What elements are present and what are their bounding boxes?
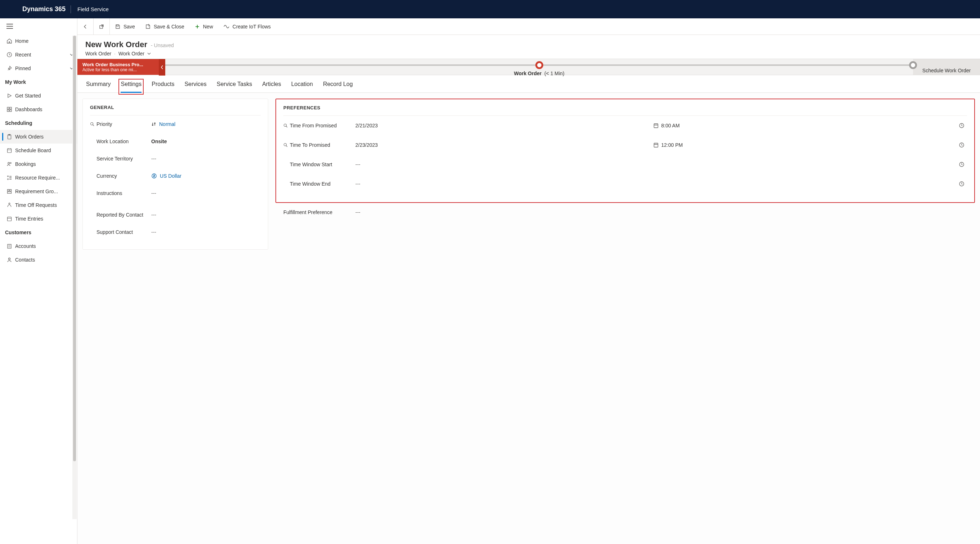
svg-point-23 xyxy=(284,124,286,127)
field-instructions[interactable]: Instructions --- xyxy=(90,185,261,202)
nav-bookings[interactable]: Bookings xyxy=(0,157,77,171)
field-work-location-label: Work Location xyxy=(97,138,129,144)
nav-schedule-board[interactable]: Schedule Board xyxy=(0,144,77,157)
nav-requirement-groups[interactable]: Requirement Gro... xyxy=(0,185,77,198)
brand-secondary: Field Service xyxy=(77,6,109,12)
field-work-location[interactable]: Work Location Onsite xyxy=(90,133,261,150)
new-label: New xyxy=(203,24,213,30)
new-button[interactable]: New xyxy=(189,18,218,35)
section-preferences: PREFERENCES Time From Promised 2/21/2023 xyxy=(275,98,975,203)
svg-point-15 xyxy=(9,203,10,205)
nav-accounts[interactable]: Accounts xyxy=(0,239,77,253)
pref-time-to-time[interactable]: 12:00 PM xyxy=(661,142,956,148)
field-instructions-value: --- xyxy=(151,190,156,196)
tab-service-tasks[interactable]: Service Tasks xyxy=(217,81,252,92)
tab-articles[interactable]: Articles xyxy=(262,81,281,92)
nav-time-entries[interactable]: Time Entries xyxy=(0,212,77,225)
pref-time-from-date[interactable]: 2/21/2023 xyxy=(355,123,651,128)
field-reported-by[interactable]: Reported By Contact --- xyxy=(90,206,261,224)
field-support-contact-value: --- xyxy=(151,229,156,235)
pref-time-from-label: Time From Promised xyxy=(290,123,337,128)
save-button[interactable]: Save xyxy=(110,18,140,35)
calendar-icon[interactable] xyxy=(651,123,661,128)
nav-home[interactable]: Home xyxy=(0,34,77,48)
clock-icon[interactable] xyxy=(956,123,967,128)
svg-rect-27 xyxy=(654,143,658,147)
brand-primary: Dynamics 365 xyxy=(22,5,65,13)
bpf-stage2-node[interactable] xyxy=(909,61,917,69)
fulfillment-label: Fulfillment Preference xyxy=(283,209,355,215)
clock-icon[interactable] xyxy=(956,162,967,167)
nav-group-scheduling: Scheduling xyxy=(0,116,77,130)
field-priority[interactable]: Priority Normal xyxy=(90,116,261,133)
svg-rect-7 xyxy=(8,149,11,152)
dashboard-icon xyxy=(6,106,15,112)
svg-point-26 xyxy=(284,144,286,146)
fulfillment-value: --- xyxy=(355,209,360,215)
pin-icon xyxy=(6,65,15,71)
back-button[interactable] xyxy=(77,18,94,35)
svg-rect-12 xyxy=(8,190,10,192)
bpf-stage1-node[interactable] xyxy=(535,61,543,69)
save-close-button[interactable]: Save & Close xyxy=(140,18,189,35)
bpf-active-stage[interactable]: Work Order Business Pro... Active for le… xyxy=(77,59,159,75)
tab-record-log[interactable]: Record Log xyxy=(323,81,353,92)
pref-window-start-label: Time Window Start xyxy=(290,162,332,167)
nav-get-started[interactable]: Get Started xyxy=(0,89,77,103)
calendar-icon[interactable] xyxy=(651,142,661,148)
bpf-active-title: Work Order Business Pro... xyxy=(83,62,143,67)
field-currency[interactable]: Currency US Dollar xyxy=(90,167,261,185)
save-icon xyxy=(115,24,121,30)
nav-work-orders[interactable]: Work Orders xyxy=(0,130,77,144)
hamburger-button[interactable] xyxy=(0,18,77,34)
section-preferences-title: PREFERENCES xyxy=(283,105,967,116)
svg-rect-16 xyxy=(8,217,11,221)
pref-window-end-label-wrap: Time Window End xyxy=(283,174,355,193)
nav-scrollbar[interactable] xyxy=(72,36,77,519)
bpf-stage2-button[interactable]: Schedule Work Order xyxy=(913,59,980,75)
field-fulfillment-preference[interactable]: Fulfillment Preference --- xyxy=(275,203,975,220)
tab-services[interactable]: Services xyxy=(185,81,206,92)
field-support-contact[interactable]: Support Contact --- xyxy=(90,224,261,241)
pref-time-from-time[interactable]: 8:00 AM xyxy=(661,123,956,128)
bpf-collapse-button[interactable] xyxy=(159,59,165,76)
pref-window-end-value[interactable]: --- xyxy=(355,181,651,187)
pref-window-end-label: Time Window End xyxy=(290,181,331,187)
lock-icon xyxy=(90,122,94,126)
nav-resource-requirements-label: Resource Require... xyxy=(15,175,77,181)
pref-time-to-date[interactable]: 2/23/2023 xyxy=(355,142,651,148)
pref-window-start-value[interactable]: --- xyxy=(355,162,651,167)
nav-time-off[interactable]: Time Off Requests xyxy=(0,198,77,212)
page-title-suffix: - Unsaved xyxy=(151,43,174,48)
nav-recent[interactable]: Recent xyxy=(0,48,77,62)
brand-bar: Dynamics 365 Field Service xyxy=(0,0,980,18)
save-close-label: Save & Close xyxy=(154,24,185,30)
nav-resource-requirements[interactable]: Resource Require... xyxy=(0,171,77,185)
nav-pinned[interactable]: Pinned xyxy=(0,62,77,75)
clock-icon[interactable] xyxy=(956,181,967,187)
field-priority-value[interactable]: Normal xyxy=(159,121,175,127)
nav-accounts-label: Accounts xyxy=(15,243,77,249)
tab-location[interactable]: Location xyxy=(291,81,313,92)
svg-point-9 xyxy=(10,162,11,163)
currency-icon xyxy=(151,173,157,179)
svg-rect-4 xyxy=(10,110,11,111)
tab-settings[interactable]: Settings xyxy=(121,81,142,92)
svg-rect-1 xyxy=(7,107,9,109)
field-service-territory[interactable]: Service Territory --- xyxy=(90,150,261,167)
field-currency-value[interactable]: US Dollar xyxy=(160,173,181,179)
tab-products[interactable]: Products xyxy=(151,81,174,92)
nav-contacts[interactable]: Contacts xyxy=(0,253,77,266)
breadcrumb-form[interactable]: Work Order xyxy=(118,51,144,57)
nav-dashboards[interactable]: Dashboards xyxy=(0,103,77,116)
tabstrip: Summary Settings Products Services Servi… xyxy=(77,75,980,93)
chevron-down-icon[interactable] xyxy=(147,52,151,56)
pref-time-to-label: Time To Promised xyxy=(290,142,330,148)
svg-rect-13 xyxy=(10,190,11,192)
nav-bookings-label: Bookings xyxy=(15,161,77,167)
clock-icon[interactable] xyxy=(956,142,967,148)
tab-summary[interactable]: Summary xyxy=(86,81,111,92)
popout-button[interactable] xyxy=(94,18,110,35)
create-iot-button[interactable]: Create IoT Flows xyxy=(218,18,276,35)
nav-group-mywork: My Work xyxy=(0,75,77,89)
